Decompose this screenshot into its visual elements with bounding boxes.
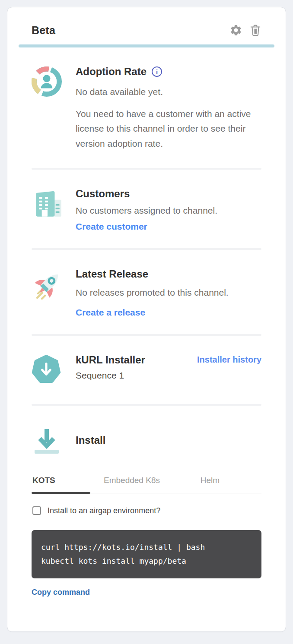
buildings-icon	[32, 188, 76, 220]
channel-settings-button[interactable]	[229, 24, 242, 37]
card-header: Beta	[25, 23, 268, 37]
install-tabs: KOTS Embedded K8s Helm	[32, 473, 261, 493]
installer-sequence: Sequence 1	[76, 370, 261, 381]
section-customers: Customers No customers assigned to chann…	[25, 170, 268, 249]
install-header: Install	[25, 406, 268, 456]
create-customer-link[interactable]: Create customer	[76, 221, 147, 232]
airgap-checkbox[interactable]	[32, 506, 41, 515]
create-release-link[interactable]: Create a release	[76, 307, 145, 318]
adoption-empty-title: No data available yet.	[76, 85, 261, 100]
install-command-block: curl https://kots.io/install | bashkubec…	[32, 530, 261, 578]
delete-channel-button[interactable]	[249, 24, 261, 37]
adoption-empty-body: You need to have a customer with an acti…	[76, 107, 261, 152]
airgap-label: Install to an airgap environment?	[48, 506, 160, 515]
rocket-icon	[32, 268, 76, 303]
download-icon	[32, 425, 76, 456]
kurl-installer-title: kURL Installer	[76, 354, 145, 366]
header-actions	[229, 24, 261, 37]
customers-title: Customers	[76, 188, 261, 200]
channel-card: Beta	[7, 7, 286, 632]
tab-helm[interactable]: Helm	[173, 473, 247, 493]
command-line: kubectl kots install myapp/beta	[41, 554, 252, 568]
adoption-rate-title-row: Adoption Rate i	[76, 66, 261, 78]
customers-empty-body: No customers assigned to channel.	[76, 203, 261, 218]
latest-release-title: Latest Release	[76, 268, 261, 280]
section-kurl-installer: kURL Installer Installer history Sequenc…	[25, 336, 268, 404]
channel-accent-bar	[19, 44, 274, 47]
info-icon[interactable]: i	[152, 66, 162, 77]
adoption-rate-title: Adoption Rate	[76, 66, 146, 78]
section-adoption-rate: Adoption Rate i No data available yet. Y…	[25, 47, 268, 168]
gear-icon	[229, 24, 242, 37]
install-title: Install	[76, 434, 105, 446]
trash-icon	[249, 24, 261, 37]
tab-kots[interactable]: KOTS	[32, 473, 90, 493]
adoption-donut-icon	[32, 66, 76, 97]
tab-embedded-k8s[interactable]: Embedded K8s	[90, 473, 173, 493]
copy-command-link[interactable]: Copy command	[32, 588, 90, 597]
release-empty-body: No releases promoted to this channel.	[76, 285, 261, 300]
installer-history-link[interactable]: Installer history	[197, 355, 261, 365]
kurl-heptagon-download-icon	[32, 354, 76, 384]
channel-title: Beta	[32, 24, 55, 37]
airgap-option[interactable]: Install to an airgap environment?	[32, 506, 261, 515]
command-line: curl https://kots.io/install | bash	[41, 540, 252, 554]
section-latest-release: Latest Release No releases promoted to t…	[25, 250, 268, 334]
